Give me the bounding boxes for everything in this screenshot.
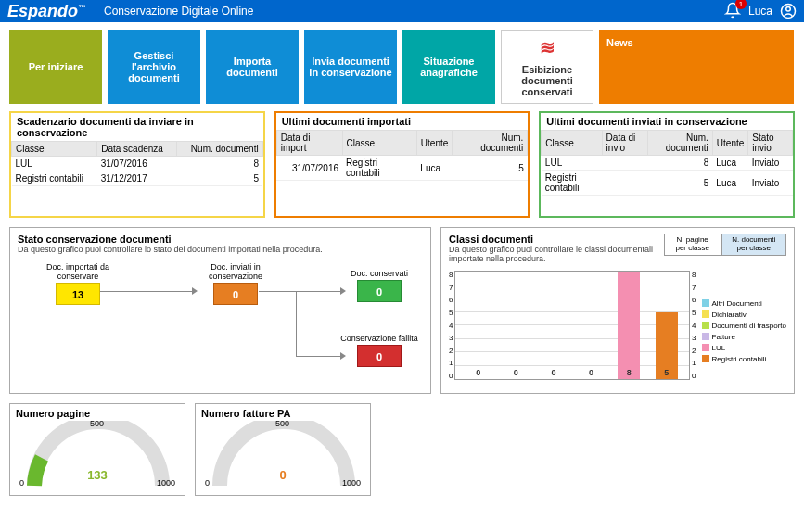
col-data-import[interactable]: Data di import (276, 131, 342, 156)
col-classe[interactable]: Classe (542, 131, 602, 156)
gauge-value: 133 (16, 468, 179, 482)
col-stato[interactable]: Stato invio (748, 131, 793, 156)
user-name[interactable]: Luca (748, 5, 772, 18)
chart-title: Stato conservazione documenti (18, 234, 423, 245)
panel-stato-conservazione: Stato conservazione documenti Da questo … (9, 227, 431, 394)
panel-numero-fatture-pa: Numero fatture PA 0 500 1000 0 (195, 403, 371, 496)
flow-value-importati: 13 (56, 283, 100, 305)
table-row[interactable]: LUL 8 Luca Inviato (542, 156, 793, 171)
table-row[interactable]: Registri contabili 31/12/2017 5 (12, 171, 263, 186)
col-classe[interactable]: Classe (342, 131, 416, 156)
tile-per-iniziare[interactable]: Per iniziare (9, 30, 102, 104)
tile-invia-conservazione[interactable]: Invia documenti in conservazione (304, 30, 397, 104)
flow-value-fallita: 0 (357, 345, 402, 367)
gauge-pagine: 0 500 1000 133 (16, 421, 179, 489)
panel-title: Ultimi documenti importati (276, 113, 529, 130)
flow-box-fallita: Conservazione fallita 0 (333, 334, 426, 367)
col-utente[interactable]: Utente (712, 131, 747, 156)
gauge-title: Numero pagine (16, 408, 179, 419)
gauge-value: 0 (201, 468, 364, 482)
table-inviati: Classe Data di invio Num. documenti Uten… (541, 130, 793, 196)
tile-situazione-anagrafiche[interactable]: Situazione anagrafiche (402, 30, 495, 104)
user-avatar-icon[interactable] (780, 3, 797, 19)
panel-classi-documenti: Classi documenti Da questo grafico puoi … (440, 227, 795, 394)
btn-documenti-per-classe[interactable]: N. documenti per classe (721, 234, 786, 256)
notifications-button[interactable]: 1 (724, 2, 741, 20)
brand-logo: Espando™ (7, 2, 85, 21)
col-num[interactable]: Num. documenti (176, 142, 262, 157)
flow-value-inviati: 0 (213, 283, 258, 305)
table-scadenzario: Classe Data scadenza Num. documenti LUL … (11, 141, 263, 186)
panel-scadenzario: Scadenzario documenti da inviare in cons… (9, 111, 265, 218)
app-header: Espando™ Conservazione Digitale Online 1… (0, 0, 804, 22)
table-row[interactable]: Registri contabili 5 Luca Inviato (542, 171, 793, 196)
flow-diagram: Doc. importati da conservare 13 Doc. inv… (18, 258, 423, 378)
flow-box-conservati: Doc. conservati 0 (333, 269, 426, 302)
table-importati: Data di import Classe Utente Num. docume… (276, 130, 529, 181)
btn-pagine-per-classe[interactable]: N. pagine per classe (664, 234, 721, 256)
panel-importati: Ultimi documenti importati Data di impor… (274, 111, 530, 218)
tile-gestisci-archivio[interactable]: Gestisci l'archivio documenti (108, 30, 200, 104)
col-utente[interactable]: Utente (416, 131, 452, 156)
app-subtitle: Conservazione Digitale Online (104, 5, 253, 18)
col-classe[interactable]: Classe (12, 142, 97, 157)
col-data[interactable]: Data scadenza (97, 142, 177, 157)
svg-point-1 (786, 7, 791, 12)
tile-esibizione-documenti[interactable]: ≋ Esibizione documenti conservati (501, 30, 593, 104)
flow-box-inviati: Doc. inviati in conservazione 0 (185, 262, 287, 305)
wave-icon: ≋ (540, 36, 555, 58)
panel-title: Ultimi documenti inviati in conservazion… (541, 113, 793, 130)
notif-badge: 1 (735, 0, 747, 9)
col-data-invio[interactable]: Data di invio (602, 131, 647, 156)
chart-legend: Altri Documenti Dichiarativi Documenti d… (696, 271, 786, 391)
tile-importa-documenti[interactable]: Importa documenti (206, 30, 299, 104)
col-num[interactable]: Num. documenti (453, 131, 528, 156)
nav-tiles: Per iniziare Gestisci l'archivio documen… (0, 22, 804, 111)
tile-news[interactable]: News (599, 30, 794, 104)
gauge-title: Numero fatture PA (201, 408, 364, 419)
table-row[interactable]: 31/07/2016 Registri contabili Luca 5 (276, 156, 528, 181)
flow-value-conservati: 0 (357, 280, 402, 302)
chart-subtitle: Da questo grafico puoi controllare le cl… (449, 245, 664, 263)
chart-subtitle: Da questo grafico puoi controllare lo st… (18, 245, 423, 254)
col-num[interactable]: Num. documenti (647, 131, 712, 156)
bar-chart: 876543210 0 0 0 0 8 5 876543210 (449, 271, 786, 391)
panel-numero-pagine: Numero pagine 0 500 1000 133 (9, 403, 185, 496)
panel-inviati: Ultimi documenti inviati in conservazion… (539, 111, 795, 218)
chart-title: Classi documenti (449, 234, 664, 245)
table-row[interactable]: LUL 31/07/2016 8 (12, 157, 263, 171)
gauge-fatture: 0 500 1000 0 (201, 421, 364, 489)
panel-title: Scadenzario documenti da inviare in cons… (11, 113, 263, 141)
flow-box-importati: Doc. importati da conservare 13 (27, 262, 129, 305)
